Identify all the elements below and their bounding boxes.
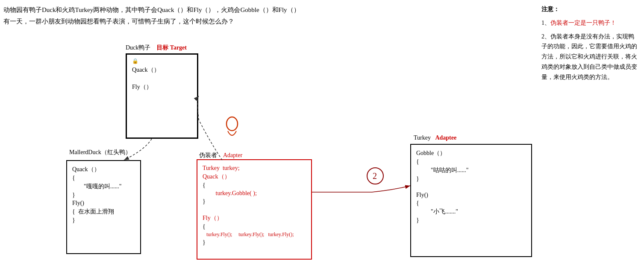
mallard-fly-open: { 在水面上滑翔 [72,208,135,216]
adapter-turkey-gobble: turkey.Gobble( ); [211,190,306,197]
turkey-gobble-close: } [416,175,526,182]
adapter-quack-open: { [203,182,306,189]
notes-title: 注意： [541,4,640,15]
turkey-gobble-method: Gobble（） [416,149,526,157]
mallard-duck-label: MallerdDuck（红头鸭） [69,149,131,156]
turkey-adaptee-label: Turkey Adaptee [414,134,456,141]
svg-point-0 [226,117,238,131]
mallard-quack-close: } [72,192,135,199]
adapter-person-icon [221,116,243,146]
adapter-quack-method: Quack（） [203,173,306,181]
turkey-box: Gobble（） { "咕咕的叫......" } Fly() { "小飞...… [410,144,532,257]
mallard-quack: Quack（） [72,166,135,173]
mallard-fly-close: } [72,217,135,224]
note-item2: 2、伪装者本身是没有办法，实现鸭子的功能，因此，它需要借用火鸡的方法，所以它和火… [541,32,640,82]
turkey-gobble-open: { [416,158,526,165]
duck-box: 🔒 Quack（） Fly（） [126,53,198,139]
svg-text:2: 2 [373,171,377,181]
mallard-quack-open: { [72,175,135,181]
note1-prefix: 1、 [541,20,550,26]
duck-target-label: Duck鸭子 目标 Target [126,44,187,52]
turkey-fly-open: { [416,200,526,207]
adapter-fly-close: } [203,239,306,246]
description: 动物园有鸭子Duck和火鸡Turkey两种动物，其中鸭子会Quack（）和Fly… [3,4,300,27]
adapter-turkey-fly: turkey.Fly(); turkey.Fly(); turkey.Fly()… [203,231,306,238]
adapter-person-area [221,116,243,148]
number-2-icon: 2 [366,167,385,187]
duck-label-text: Duck鸭子 [126,44,150,51]
duck-fly: Fly（） [132,83,192,91]
target-word: 目标 Target [156,44,187,51]
duck-quack: Quack（） [132,66,192,74]
adapter-fly-method: Fly（） [203,214,306,222]
mallard-fly: Fly() [72,200,135,207]
adapter-turkey-var: Turkey turkey; [203,165,306,172]
turkey-label-text: Turkey [414,134,431,141]
note1-red: 伪装者一定是一只鸭子！ [550,20,616,26]
adapter-box: Turkey turkey; Quack（） { turkey.Gobble( … [197,159,312,260]
turkey-fly-close: } [416,217,526,224]
turkey-gobble-body: "咕咕的叫......" [425,167,526,174]
circled-2-icon: 2 [366,167,385,185]
turkey-fly-body: "小飞......." [425,208,526,216]
notes-panel: 注意： 1、伪装者一定是一只鸭子！ 2、伪装者本身是没有办法，实现鸭子的功能，因… [541,4,640,82]
adapter-word: Adapter [223,152,242,158]
turkey-fly-method: Fly() [416,192,526,199]
description-line2: 有一天，一群小朋友到动物园想看鸭子表演，可惜鸭子生病了，这个时候怎么办？ [3,16,300,27]
note2-prefix: 2、 [541,33,550,40]
mallard-label-text: MallerdDuck（红头鸭） [69,149,131,155]
mallard-box: Quack（） { "嘎嘎的叫......" } Fly() { 在水面上滑翔 … [66,160,141,254]
note-item1: 1、伪装者一定是一只鸭子！ [541,18,640,28]
note2-body: 伪装者本身是没有办法，实现鸭子的功能，因此，它需要借用火鸡的方法，所以它和火鸡进… [541,33,637,80]
description-line1: 动物园有鸭子Duck和火鸡Turkey两种动物，其中鸭子会Quack（）和Fly… [3,4,300,16]
adapter-fly-open: { [203,223,306,230]
impersonator-text: 伪装者 [199,152,217,158]
mallard-quack-body: "嘎嘎的叫......" [81,183,135,190]
adaptee-word: Adaptee [435,134,456,141]
impersonator-label: 伪装者 Adapter [199,152,242,159]
main-container: 动物园有鸭子Duck和火鸡Turkey两种动物，其中鸭子会Quack（）和Fly… [0,0,644,266]
lock-icon: 🔒 [132,58,192,64]
adapter-quack-close: } [203,198,306,205]
